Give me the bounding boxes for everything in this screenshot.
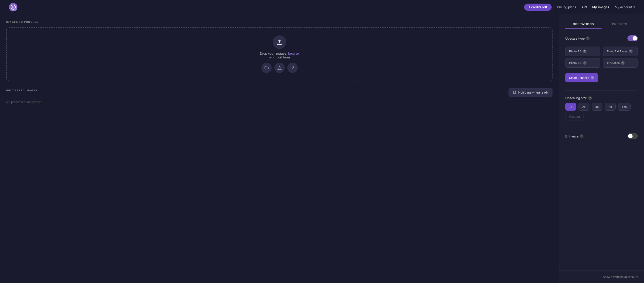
upscale-type-row: Upscale type ? bbox=[565, 35, 638, 41]
pricing-plans-link[interactable]: Pricing plans bbox=[557, 5, 576, 9]
svg-marker-2 bbox=[278, 66, 281, 69]
notify-label: Notify me when ready bbox=[518, 91, 548, 94]
no-images-text: No processed images yet bbox=[6, 100, 552, 104]
size-btn-1x[interactable]: 1x bbox=[565, 103, 576, 111]
upscale-type-info-icon[interactable]: ? bbox=[586, 37, 590, 40]
type-options-grid: Photo 2.0 ? Photo 2.0 Faces ? Photo 1.0 … bbox=[565, 47, 638, 68]
drop-text: Drop your images, browse or import from bbox=[260, 52, 299, 59]
notify-button[interactable]: Notify me when ready bbox=[508, 88, 552, 97]
enhance-row: Enhance ? bbox=[565, 133, 638, 139]
illustration-info-icon[interactable]: ? bbox=[621, 61, 624, 65]
my-account-button[interactable]: My account ▾ bbox=[615, 5, 635, 9]
advanced-options-label: Show advanced options bbox=[603, 275, 634, 278]
main-layout: IMAGES TO PROCESS Drop your images, brow… bbox=[0, 14, 644, 283]
size-btn-4x[interactable]: 4x bbox=[592, 103, 603, 111]
divider-2 bbox=[565, 128, 638, 128]
drop-text-before: Drop your images, bbox=[260, 52, 288, 55]
photo20faces-info-icon[interactable]: ? bbox=[629, 50, 632, 53]
folder-import-button[interactable] bbox=[262, 63, 272, 73]
link-import-button[interactable] bbox=[287, 63, 298, 73]
size-options-row: 1x 2x 4x 8x 16x Custom bbox=[565, 103, 638, 120]
my-images-link[interactable]: My images bbox=[592, 5, 610, 9]
chevron-down-icon: ▾ bbox=[633, 5, 635, 9]
processed-header: PROCESSED IMAGES Notify me when ready bbox=[6, 88, 552, 97]
enhance-label: Enhance ? bbox=[565, 134, 584, 138]
smart-enhance-button[interactable]: Smart Enhance ? bbox=[565, 73, 598, 82]
api-link[interactable]: API bbox=[582, 5, 587, 9]
size-btn-16x[interactable]: 16x bbox=[618, 103, 630, 111]
type-label-photo20faces: Photo 2.0 Faces bbox=[606, 50, 628, 53]
photo20-info-icon[interactable]: ? bbox=[583, 50, 586, 53]
drop-zone[interactable]: Drop your images, browse or import from bbox=[6, 27, 552, 81]
upload-icon-container bbox=[273, 35, 286, 49]
type-btn-photo20[interactable]: Photo 2.0 ? bbox=[565, 47, 600, 56]
svg-point-1 bbox=[12, 6, 14, 8]
import-icons bbox=[262, 63, 298, 73]
size-btn-8x[interactable]: 8x bbox=[605, 103, 616, 111]
enhance-info-icon[interactable]: ? bbox=[580, 134, 584, 138]
browse-link[interactable]: browse bbox=[288, 52, 299, 55]
smart-enhance-info-icon[interactable]: ? bbox=[590, 76, 594, 80]
tabs: OPERATIONS PRESETS bbox=[565, 20, 638, 29]
upscaling-size-info-icon[interactable]: ? bbox=[588, 96, 592, 100]
credits-button[interactable]: 4 credits left bbox=[524, 4, 552, 11]
drop-text-after: or import from bbox=[269, 55, 290, 59]
type-btn-photo20faces[interactable]: Photo 2.0 Faces ? bbox=[603, 47, 638, 56]
type-label-photo20: Photo 2.0 bbox=[569, 50, 582, 53]
type-btn-photo10[interactable]: Photo 1.0 ? bbox=[565, 58, 600, 68]
enhance-toggle[interactable] bbox=[628, 133, 638, 139]
size-btn-2x[interactable]: 2x bbox=[578, 103, 590, 111]
upscaling-size-label: Upscaling size ? bbox=[565, 96, 638, 100]
tab-presets[interactable]: PRESETS bbox=[602, 20, 638, 29]
advanced-options[interactable]: Show advanced options bbox=[559, 270, 644, 283]
logo-icon bbox=[9, 3, 18, 12]
upscale-type-toggle[interactable] bbox=[628, 35, 638, 41]
right-panel: OPERATIONS PRESETS Upscale type ? Photo … bbox=[559, 14, 644, 283]
type-label-illustration: Illustration bbox=[606, 61, 620, 65]
size-btn-custom[interactable]: Custom bbox=[565, 113, 584, 120]
my-account-label: My account bbox=[615, 5, 632, 9]
logo bbox=[9, 3, 18, 12]
tab-operations[interactable]: OPERATIONS bbox=[565, 20, 602, 29]
type-btn-illustration[interactable]: Illustration ? bbox=[603, 58, 638, 68]
images-section-title: IMAGES TO PROCESS bbox=[6, 21, 552, 23]
left-panel: IMAGES TO PROCESS Drop your images, brow… bbox=[0, 14, 559, 283]
upscale-type-label: Upscale type ? bbox=[565, 37, 590, 40]
chevron-up-icon bbox=[635, 275, 638, 279]
drive-import-button[interactable] bbox=[274, 63, 285, 73]
photo10-info-icon[interactable]: ? bbox=[583, 61, 586, 65]
divider-1 bbox=[565, 90, 638, 91]
type-label-photo10: Photo 1.0 bbox=[569, 61, 582, 65]
smart-enhance-label: Smart Enhance bbox=[569, 76, 589, 80]
processed-section-title: PROCESSED IMAGES bbox=[6, 89, 38, 92]
header: 4 credits left Pricing plans API My imag… bbox=[0, 0, 644, 14]
